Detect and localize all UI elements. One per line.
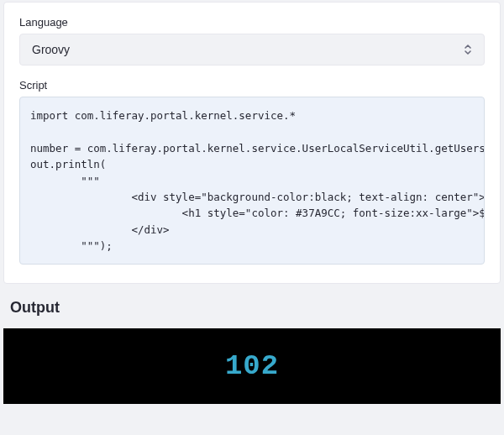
sort-icon (464, 44, 472, 55)
script-console-panel: Language Groovy Script import com.lifera… (3, 2, 501, 284)
output-heading: Output (0, 292, 504, 328)
script-textarea[interactable]: import com.liferay.portal.kernel.service… (19, 97, 485, 265)
language-label: Language (19, 16, 485, 29)
language-select-value: Groovy (32, 43, 464, 56)
language-select[interactable]: Groovy (19, 34, 485, 66)
output-area: 102 (3, 328, 501, 404)
script-label: Script (19, 79, 485, 92)
output-result: 102 (3, 350, 501, 382)
